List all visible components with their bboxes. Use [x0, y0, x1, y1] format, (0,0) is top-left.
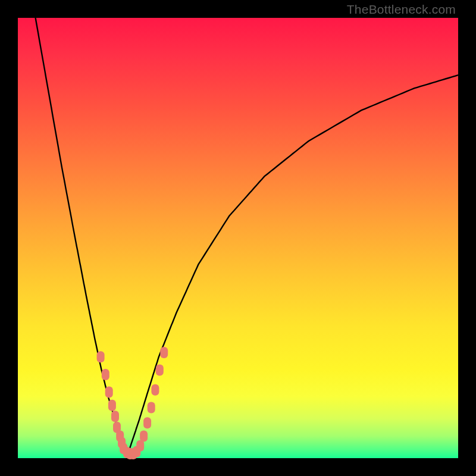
watermark-text: TheBottleneck.com — [347, 2, 456, 17]
data-marker — [97, 351, 105, 362]
data-marker — [102, 369, 109, 380]
chart-frame: TheBottleneck.com — [0, 0, 476, 476]
data-marker — [111, 411, 119, 422]
data-marker — [108, 400, 116, 411]
data-marker — [156, 365, 164, 376]
data-marker — [143, 417, 151, 428]
data-marker — [148, 402, 155, 413]
plot-area — [18, 18, 458, 458]
data-marker — [151, 384, 159, 396]
data-marker — [140, 431, 148, 442]
data-marker — [136, 440, 144, 452]
data-marker — [160, 347, 168, 358]
data-marker — [105, 387, 113, 398]
bottleneck-curve — [36, 18, 458, 454]
curve-layer — [18, 18, 458, 458]
